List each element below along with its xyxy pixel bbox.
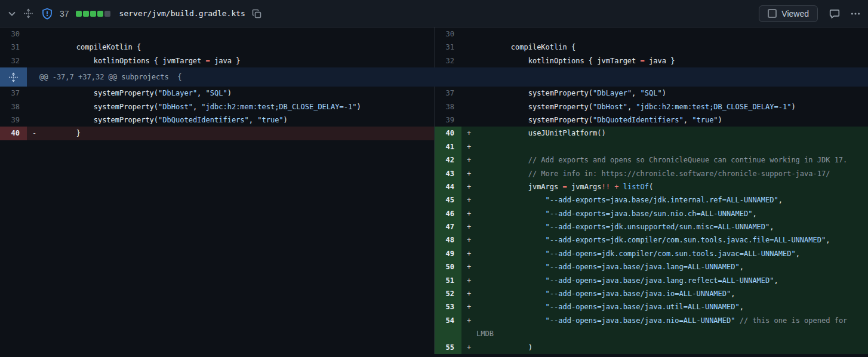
- diff-row-line-38: 38 systemProperty("DbHost", "jdbc:h2:mem…: [0, 100, 434, 113]
- code-text: "--add-exports=java.base/sun.nio.ch=ALL-…: [476, 207, 868, 220]
- expand-arrows-icon: [8, 72, 19, 82]
- comment-button[interactable]: [829, 8, 840, 19]
- line-number[interactable]: 38: [0, 100, 27, 113]
- more-options-button[interactable]: [850, 8, 861, 19]
- line-number[interactable]: 43: [435, 167, 461, 180]
- diff-marker: +: [461, 220, 476, 233]
- diff-row-line-37: 37 systemProperty("DbLayer", "SQL"): [0, 87, 434, 100]
- code-text: [476, 140, 868, 153]
- diff-row-line-30: 30: [435, 27, 868, 41]
- line-number[interactable]: 37: [435, 87, 461, 100]
- diff-row-line-50: 50+ "--add-opens=java.base/java.lang=ALL…: [435, 260, 868, 273]
- diff-marker: +: [461, 341, 476, 354]
- code-text: "--add-opens=jdk.compiler/com.sun.tools.…: [476, 247, 868, 260]
- copy-path-button[interactable]: [252, 9, 261, 19]
- line-number[interactable]: 54: [435, 314, 461, 327]
- viewed-label: Viewed: [781, 9, 809, 19]
- line-number[interactable]: 50: [435, 260, 461, 273]
- line-number[interactable]: 39: [435, 113, 461, 127]
- line-number[interactable]: 37: [0, 87, 27, 100]
- line-number[interactable]: [435, 327, 461, 340]
- line-number[interactable]: 45: [435, 193, 461, 207]
- line-number[interactable]: 32: [435, 54, 461, 67]
- diff-row-line-41: 41+: [435, 140, 868, 153]
- diff-row-line-31: 31 compileKotlin {: [435, 41, 868, 54]
- diff-marker: +: [461, 180, 476, 193]
- diff-row-line-42: 42+ // Add exports and opens so Chronicl…: [435, 153, 868, 167]
- diff-marker: +: [461, 287, 476, 300]
- diff-row-line-30: 30: [0, 27, 434, 41]
- line-number[interactable]: 55: [435, 341, 461, 354]
- diff-marker: [461, 113, 476, 127]
- diff-row-line-32: 32 kotlinOptions { jvmTarget = java }: [0, 54, 434, 67]
- line-number[interactable]: 52: [435, 287, 461, 300]
- diff-row-line-44: 44+ jvmArgs = jvmArgs!! + listOf(: [435, 180, 868, 193]
- code-text: systemProperty("DbQuotedIdentifiers", "t…: [476, 113, 868, 127]
- diffstat-square: [104, 11, 110, 17]
- line-number[interactable]: 53: [435, 300, 461, 313]
- collapse-file-button[interactable]: [7, 9, 17, 19]
- diff-row-line-43: 43+ // More info in: https://chronicle.s…: [435, 167, 868, 180]
- diff-marker: +: [461, 193, 476, 207]
- diff-row-line-46: 46+ "--add-exports=java.base/sun.nio.ch=…: [435, 207, 868, 220]
- line-number[interactable]: 48: [435, 233, 461, 247]
- line-number[interactable]: 51: [435, 274, 461, 287]
- diff-row-line-40: 40- }: [0, 127, 434, 140]
- diffstat-square: [76, 11, 82, 17]
- code-text: systemProperty("DbHost", "jdbc:h2:mem:te…: [476, 100, 868, 113]
- file-path[interactable]: server/jvm/build.gradle.kts: [119, 9, 245, 18]
- line-number[interactable]: 31: [435, 41, 461, 54]
- diff-pane-new-top: 3031 compileKotlin {32 kotlinOptions { j…: [434, 27, 868, 67]
- line-number[interactable]: 30: [435, 27, 461, 41]
- diff-marker: +: [461, 153, 476, 167]
- split-diff-view: 3031 compileKotlin {32 kotlinOptions { j…: [0, 27, 868, 354]
- code-text: "--add-opens=java.base/java.util=ALL-UNN…: [476, 300, 868, 313]
- line-number[interactable]: 46: [435, 207, 461, 220]
- line-number[interactable]: 41: [435, 140, 461, 153]
- line-number[interactable]: 42: [435, 153, 461, 167]
- diff-row-line-52: 52+ "--add-opens=java.base/java.io=ALL-U…: [435, 287, 868, 300]
- diff-pane-new-bottom: 37 systemProperty("DbLayer", "SQL")38 sy…: [434, 87, 868, 354]
- line-number[interactable]: 39: [0, 113, 27, 127]
- drag-handle-button[interactable]: [23, 8, 33, 19]
- security-shield-badge[interactable]: [41, 8, 53, 20]
- code-text: "--add-opens=java.base/java.lang.reflect…: [476, 274, 868, 287]
- line-number[interactable]: 44: [435, 180, 461, 193]
- line-number[interactable]: 31: [0, 41, 27, 54]
- diff-marker: [27, 113, 42, 127]
- line-number[interactable]: 32: [0, 54, 27, 67]
- code-text: LMDB: [476, 327, 868, 340]
- kebab-horizontal-icon: [850, 8, 861, 19]
- code-text: "--add-opens=java.base/java.nio=ALL-UNNA…: [476, 314, 868, 327]
- diff-row-line-32: 32 kotlinOptions { jvmTarget = java }: [435, 54, 868, 67]
- hunk-header-row: @@ -37,7 +37,32 @@ subprojects {: [0, 67, 868, 87]
- diff-row-line-48: 48+ "--add-exports=jdk.compiler/com.sun.…: [435, 233, 868, 247]
- diff-marker: +: [461, 140, 476, 153]
- viewed-toggle-button[interactable]: Viewed: [759, 5, 818, 22]
- diffstat-square: [83, 11, 89, 17]
- code-text: [42, 27, 434, 41]
- diff-marker: +: [461, 314, 476, 327]
- line-number[interactable]: 40: [0, 127, 27, 140]
- line-number[interactable]: 30: [0, 27, 27, 41]
- diff-row-line-39: 39 systemProperty("DbQuotedIdentifiers",…: [435, 113, 868, 127]
- code-text: systemProperty("DbLayer", "SQL"): [476, 87, 868, 100]
- diff-marker: [461, 27, 476, 41]
- diff-marker: +: [461, 127, 476, 140]
- diff-marker: +: [461, 300, 476, 313]
- diff-pane-old-top: 3031 compileKotlin {32 kotlinOptions { j…: [0, 27, 434, 67]
- diff-changes-bottom: 37 systemProperty("DbLayer", "SQL")38 sy…: [0, 87, 868, 354]
- move-icon: [23, 8, 33, 19]
- diff-row-line-53: 53+ "--add-opens=java.base/java.util=ALL…: [435, 300, 868, 313]
- line-number[interactable]: 47: [435, 220, 461, 233]
- chevron-down-icon: [7, 9, 17, 19]
- diff-marker: [27, 87, 42, 100]
- line-number[interactable]: 38: [435, 100, 461, 113]
- diff-row-line-47: 47+ "--add-exports=jdk.unsupported/sun.m…: [435, 220, 868, 233]
- code-text: kotlinOptions { jvmTarget = java }: [476, 54, 868, 67]
- diff-marker: [461, 87, 476, 100]
- expand-hunk-button[interactable]: [0, 67, 27, 87]
- line-number[interactable]: 40: [435, 127, 461, 140]
- viewed-checkbox[interactable]: [768, 9, 777, 18]
- line-number[interactable]: 49: [435, 247, 461, 260]
